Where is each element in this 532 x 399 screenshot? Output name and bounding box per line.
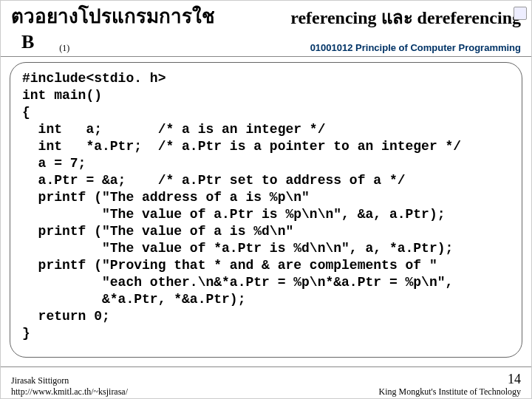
institute-name: King Mongkut's Institute of Technology [379,386,521,397]
slide: ตวอยางโปรแกรมการใช referencing และ deref… [0,0,532,399]
sub-row: B (1) 01001012 Principle of Computer Pro… [1,31,531,56]
page-number: 14 [379,372,521,388]
title-right: referencing และ dereferencing [290,5,521,29]
code-block: #include<stdio. h> int main() { int a; /… [10,62,522,358]
corner-badge-icon [514,7,527,20]
author-url: http://www.kmitl.ac.th/~ksjirasa/ [11,386,128,397]
footer-right: 14 King Mongkut's Institute of Technolog… [379,372,521,397]
footer-left: Jirasak Sittigorn http://www.kmitl.ac.th… [11,375,128,397]
sub-index: (1) [59,43,69,53]
title-b: B [11,31,34,52]
author-name: Jirasak Sittigorn [11,375,128,386]
footer: Jirasak Sittigorn http://www.kmitl.ac.th… [1,372,531,397]
title-left: ตวอยางโปรแกรมการใช [11,5,215,30]
code-wrap: #include<stdio. h> int main() { int a; /… [1,58,531,362]
header: ตวอยางโปรแกรมการใช referencing และ deref… [1,1,531,31]
separator-bottom [1,366,531,367]
course-code: 01001012 Principle of Computer Programmi… [310,42,521,53]
